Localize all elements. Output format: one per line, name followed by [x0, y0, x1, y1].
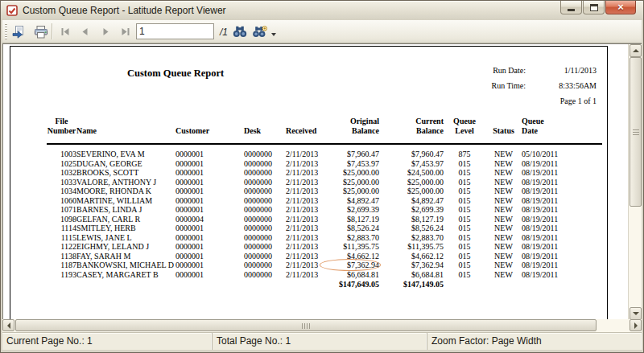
cell-original-balance: $8,526.24	[326, 224, 379, 233]
scroll-down-icon	[633, 312, 639, 315]
status-total-pages: Total Page No.: 1	[213, 333, 427, 350]
cell-customer: 0000001	[175, 242, 244, 252]
next-page-button[interactable]	[96, 23, 115, 41]
cell-file-number: 1114	[47, 224, 76, 233]
first-page-button[interactable]	[56, 23, 75, 41]
cell-original-balance: $2,699.39	[326, 205, 379, 215]
cell-status: NEW	[485, 233, 522, 243]
cell-file-number: 1138	[47, 252, 76, 261]
cell-queue-level: 875	[444, 144, 485, 159]
cell-name: GELFAN, CARL R	[76, 215, 175, 224]
maximize-icon	[590, 4, 598, 11]
table-row: 1098GELFAN, CARL R000000400000002/11/201…	[47, 215, 602, 224]
page-count-label: /1	[220, 27, 228, 38]
cell-current-balance: $8,127.19	[379, 215, 444, 224]
cell-desk: 0000000	[244, 144, 286, 159]
scroll-right-button[interactable]	[630, 319, 642, 331]
cell-desk: 0000000	[244, 270, 286, 280]
cell-queue-date: 08/19/2011	[522, 261, 602, 270]
total-current-balance: $147,149.05	[379, 279, 444, 289]
page-number-input[interactable]	[136, 23, 214, 39]
cell-queue-date: 08/19/2011	[522, 159, 602, 169]
cell-received: 2/11/2013	[286, 159, 326, 169]
cell-current-balance: $2,883.70	[379, 233, 444, 243]
cell-file-number: 1003	[47, 144, 76, 159]
cell-desk: 0000000	[244, 233, 286, 243]
cell-file-number: 1098	[47, 215, 76, 224]
cell-desk: 0000000	[244, 178, 286, 187]
run-time-label: Run Time:	[463, 81, 526, 90]
cell-queue-level: 015	[444, 196, 485, 206]
report-title: Custom Queue Report	[127, 68, 224, 80]
cell-received: 2/11/2013	[286, 187, 326, 196]
print-button[interactable]	[31, 23, 51, 41]
cell-current-balance: $24,500.00	[379, 168, 444, 178]
cell-queue-date: 08/19/2011	[522, 224, 602, 233]
cell-customer: 0000001	[175, 270, 244, 280]
cell-current-balance: $8,526.24	[379, 224, 444, 233]
column-header-status: Status	[485, 117, 522, 144]
cell-queue-level: 015	[444, 224, 485, 233]
cell-queue-level: 015	[444, 270, 485, 280]
totals-row: $147,649.05 $147,149.05	[47, 279, 602, 289]
cell-original-balance: $25,000.00	[326, 187, 379, 196]
maximize-button[interactable]	[583, 1, 605, 14]
cell-received: 2/11/2013	[286, 270, 326, 280]
table-row: 1032BROOKS, SCOTT000000100000002/11/2013…	[47, 168, 602, 178]
cell-name: BARNES, LINDA J	[76, 205, 175, 215]
cell-name: LEWIS, JANE L	[76, 233, 175, 243]
first-page-icon	[60, 27, 70, 36]
scroll-right-icon	[634, 322, 638, 329]
toolbar-grip[interactable]	[5, 24, 7, 39]
scroll-down-button[interactable]	[630, 307, 642, 319]
vertical-scrollbar-thumb[interactable]	[630, 57, 642, 207]
scroll-up-button[interactable]	[630, 44, 642, 57]
table-row: 1003SEVERINO, EVA M000000100000002/11/20…	[47, 144, 602, 159]
report-check-icon	[6, 5, 18, 16]
vertical-scrollbar[interactable]	[628, 44, 642, 319]
cell-desk: 0000000	[244, 224, 286, 233]
scroll-left-button[interactable]	[2, 319, 14, 331]
scrollbar-grip	[633, 129, 639, 135]
print-icon	[34, 26, 48, 39]
page-of-label: Page 1 of 1	[526, 96, 597, 105]
table-row: 1138FAY, SARAH M000000100000002/11/2013$…	[47, 252, 602, 261]
cell-status: NEW	[485, 168, 522, 178]
cell-status: NEW	[485, 196, 522, 206]
column-header-original-balance: OriginalBalance	[326, 117, 379, 144]
previous-page-button[interactable]	[76, 23, 95, 41]
last-page-button[interactable]	[116, 23, 135, 41]
horizontal-scrollbar-thumb[interactable]	[15, 319, 597, 331]
table-row: 1187BANKOWSKI, MICHAEL D000000100000002/…	[47, 261, 602, 270]
cell-name: EIGHMY, LELAND J	[76, 242, 175, 252]
toolbar: /1	[2, 20, 642, 43]
find-button[interactable]	[230, 23, 250, 41]
cell-status: NEW	[485, 224, 522, 233]
cell-queue-level: 015	[444, 252, 485, 261]
run-time-value: 8:33:56AM	[526, 81, 597, 90]
table-row: 1122EIGHMY, LELAND J000000100000002/11/2…	[47, 242, 602, 252]
table-row: 1025DUGAN, GEORGE000000100000002/11/2013…	[47, 159, 602, 169]
cell-name: BROOKS, SCOTT	[76, 168, 175, 178]
cell-file-number: 1071	[47, 205, 76, 215]
zoom-menu-caret-down-icon[interactable]	[271, 33, 276, 36]
cell-original-balance: $7,453.97	[326, 159, 379, 169]
cell-status: NEW	[485, 178, 522, 187]
find-icon	[233, 26, 247, 38]
cell-queue-date: 08/19/2011	[522, 233, 602, 243]
scrollbar-grip	[302, 323, 310, 329]
horizontal-scrollbar[interactable]	[2, 319, 642, 332]
cell-name: FAY, SARAH M	[76, 252, 175, 261]
table-row: 1034MOORE, RHONDA K000000100000002/11/20…	[47, 187, 602, 196]
zoom-icon	[253, 26, 267, 38]
zoom-button[interactable]	[250, 23, 270, 41]
column-header-name: Name	[76, 117, 175, 144]
cell-file-number: 1193	[47, 270, 76, 280]
cell-original-balance: $2,883.70	[326, 233, 379, 243]
title-bar[interactable]: Custom Queue Report - Latitude Report Vi…	[1, 1, 643, 20]
minimize-button[interactable]	[560, 1, 582, 14]
cell-name: SMITLEY, HERB	[76, 224, 175, 233]
column-header-queue-level: QueueLevel	[444, 117, 485, 144]
export-button[interactable]	[9, 23, 28, 41]
close-button[interactable]: ×	[605, 1, 636, 14]
